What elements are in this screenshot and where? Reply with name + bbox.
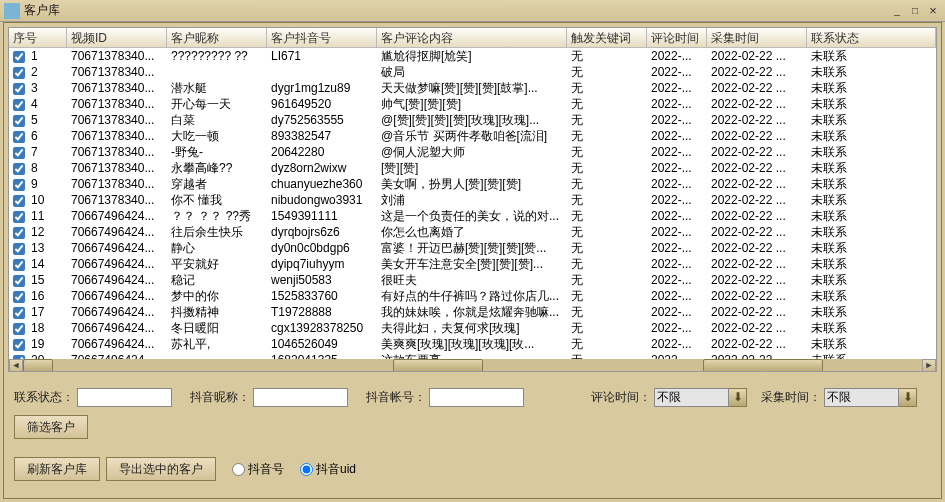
table-row[interactable]: 1270667496424...往后余生快乐dyrqbojrs6z6你怎么也离婚… xyxy=(9,224,936,240)
row-checkbox[interactable] xyxy=(13,115,25,127)
col-gtime-header[interactable]: 采集时间 xyxy=(707,28,807,47)
scroll-right-arrow[interactable]: ► xyxy=(922,359,936,372)
gtime-combo-value[interactable]: 不限 xyxy=(824,388,899,407)
ctime-combo-button[interactable]: ⬇ xyxy=(729,388,747,407)
table-row[interactable]: 770671378340...-野兔-20642280@侗人泥塑大师无2022-… xyxy=(9,144,936,160)
table-row[interactable]: 1770667496424...抖擞精神T19728888我的妹妹唉，你就是炫耀… xyxy=(9,304,936,320)
export-button[interactable]: 导出选中的客户 xyxy=(106,457,216,481)
maximize-button[interactable] xyxy=(907,4,923,18)
col-keyword-header[interactable]: 触发关键词 xyxy=(567,28,647,47)
cell-nick: 梦中的你 xyxy=(167,288,267,304)
table-row[interactable]: 1170667496424...？？ ？？ ??秀1549391111这是一个负… xyxy=(9,208,936,224)
row-checkbox[interactable] xyxy=(13,195,25,207)
cell-douyin: wenji50583 xyxy=(267,272,377,288)
row-checkbox[interactable] xyxy=(13,243,25,255)
cell-seq: 7 xyxy=(27,144,67,160)
col-ctime-header[interactable]: 评论时间 xyxy=(647,28,707,47)
cell-gtime: 2022-02-22 ... xyxy=(707,80,807,96)
cell-keyword: 无 xyxy=(567,288,647,304)
cell-comment: 破局 xyxy=(377,64,567,80)
scroll-thumb-1[interactable] xyxy=(23,359,53,372)
row-checkbox[interactable] xyxy=(13,131,25,143)
table-row[interactable]: 1370667496424...静心dy0n0c0bdgp6富婆！开迈巴赫[赞]… xyxy=(9,240,936,256)
row-checkbox[interactable] xyxy=(13,67,25,79)
cell-vid: 70671378340... xyxy=(67,48,167,64)
col-status-header[interactable]: 联系状态 xyxy=(807,28,936,47)
table-row[interactable]: 570671378340...白菜dy752563555@[赞][赞][赞][赞… xyxy=(9,112,936,128)
row-checkbox[interactable] xyxy=(13,291,25,303)
radio-douyin-uid[interactable]: 抖音uid xyxy=(300,461,356,478)
cell-vid: 70671378340... xyxy=(67,160,167,176)
cell-gtime: 2022-02-22 ... xyxy=(707,256,807,272)
row-checkbox[interactable] xyxy=(13,323,25,335)
gtime-combo[interactable]: 不限 ⬇ xyxy=(824,388,917,407)
col-douyin-header[interactable]: 客户抖音号 xyxy=(267,28,377,47)
ctime-combo[interactable]: 不限 ⬇ xyxy=(654,388,747,407)
row-checkbox[interactable] xyxy=(13,163,25,175)
table-row[interactable]: 1470667496424...平安就好dyipq7iuhyym美女开车注意安全… xyxy=(9,256,936,272)
table-row[interactable]: 1870667496424...冬日暖阳cgx13928378250夫得此妇，夫… xyxy=(9,320,936,336)
table-row[interactable]: 170671378340...????????? ??LI671尴尬得抠脚[尬笑… xyxy=(9,48,936,64)
horizontal-scrollbar[interactable]: ◄ ► xyxy=(9,359,936,372)
cell-gtime: 2022-02-22 ... xyxy=(707,48,807,64)
table-row[interactable]: 670671378340...大吃一顿893382547@音乐节 买两件孝敬咱爸… xyxy=(9,128,936,144)
table-row[interactable]: 1070671378340...你不 懂我nibudongwo3931刘浦无20… xyxy=(9,192,936,208)
col-nick-header[interactable]: 客户昵称 xyxy=(167,28,267,47)
col-seq-header[interactable]: 序号 xyxy=(9,28,67,47)
col-comment-header[interactable]: 客户评论内容 xyxy=(377,28,567,47)
scroll-thumb-2[interactable] xyxy=(393,359,483,372)
table-row[interactable]: 970671378340...穿越者chuanyuezhe360美女啊，扮男人[… xyxy=(9,176,936,192)
table-row[interactable]: 1970667496424...苏礼平,1046526049美爽爽[玫瑰][玫瑰… xyxy=(9,336,936,352)
gtime-combo-button[interactable]: ⬇ xyxy=(899,388,917,407)
row-checkbox[interactable] xyxy=(13,51,25,63)
row-checkbox[interactable] xyxy=(13,339,25,351)
table-row[interactable]: 270671378340...破局无2022-...2022-02-22 ...… xyxy=(9,64,936,80)
row-checkbox[interactable] xyxy=(13,99,25,111)
customer-table: 序号 视频ID 客户昵称 客户抖音号 客户评论内容 触发关键词 评论时间 采集时… xyxy=(8,27,937,372)
status-input[interactable] xyxy=(77,388,172,407)
cell-status: 未联系 xyxy=(807,336,867,352)
cell-vid: 70667496424... xyxy=(67,224,167,240)
table-row[interactable]: 870671378340...永攀高峰??dyz8orn2wixw[赞][赞]无… xyxy=(9,160,936,176)
cell-douyin: 893382547 xyxy=(267,128,377,144)
cell-ctime: 2022-... xyxy=(647,240,707,256)
table-row[interactable]: 370671378340...潜水艇dygr1mg1zu89天天做梦嘛[赞][赞… xyxy=(9,80,936,96)
cell-seq: 20 xyxy=(27,352,67,359)
row-checkbox-cell xyxy=(9,272,27,288)
row-checkbox[interactable] xyxy=(13,83,25,95)
close-button[interactable] xyxy=(925,4,941,18)
cell-douyin: 1046526049 xyxy=(267,336,377,352)
row-checkbox[interactable] xyxy=(13,307,25,319)
table-row[interactable]: 1670667496424...梦中的你1525833760有好点的牛仔裤吗？路… xyxy=(9,288,936,304)
table-row[interactable]: 470671378340...开心每一天961649520帅气[赞][赞][赞]… xyxy=(9,96,936,112)
row-checkbox[interactable] xyxy=(13,259,25,271)
cell-comment: 美爽爽[玫瑰][玫瑰][玫瑰][玫... xyxy=(377,336,567,352)
row-checkbox[interactable] xyxy=(13,227,25,239)
row-checkbox[interactable] xyxy=(13,147,25,159)
cell-gtime: 2022-02-22 ... xyxy=(707,288,807,304)
radio-douyin-uid-input[interactable] xyxy=(300,463,313,476)
cell-nick: 永攀高峰?? xyxy=(167,160,267,176)
radio-douyin-hao-input[interactable] xyxy=(232,463,245,476)
cell-nick: ？？ ？？ ??秀 xyxy=(167,208,267,224)
row-checkbox[interactable] xyxy=(13,275,25,287)
col-vid-header[interactable]: 视频ID xyxy=(67,28,167,47)
cell-vid: 70671378340... xyxy=(67,112,167,128)
scroll-left-arrow[interactable]: ◄ xyxy=(9,359,23,372)
nick-input[interactable] xyxy=(253,388,348,407)
scroll-thumb-3[interactable] xyxy=(703,359,823,372)
refresh-button[interactable]: 刷新客户库 xyxy=(14,457,100,481)
scroll-track[interactable] xyxy=(23,359,922,372)
table-row[interactable]: 2070667496424...1682041335这款车票亮无2022-...… xyxy=(9,352,936,359)
cell-ctime: 2022-... xyxy=(647,144,707,160)
cell-vid: 70667496424... xyxy=(67,272,167,288)
row-checkbox[interactable] xyxy=(13,211,25,223)
ctime-combo-value[interactable]: 不限 xyxy=(654,388,729,407)
radio-douyin-hao[interactable]: 抖音号 xyxy=(232,461,284,478)
row-checkbox[interactable] xyxy=(13,179,25,191)
filter-button[interactable]: 筛选客户 xyxy=(14,415,88,439)
account-input[interactable] xyxy=(429,388,524,407)
row-checkbox-cell xyxy=(9,128,27,144)
minimize-button[interactable] xyxy=(889,4,905,18)
table-row[interactable]: 1570667496424...稳记wenji50583很旺夫无2022-...… xyxy=(9,272,936,288)
